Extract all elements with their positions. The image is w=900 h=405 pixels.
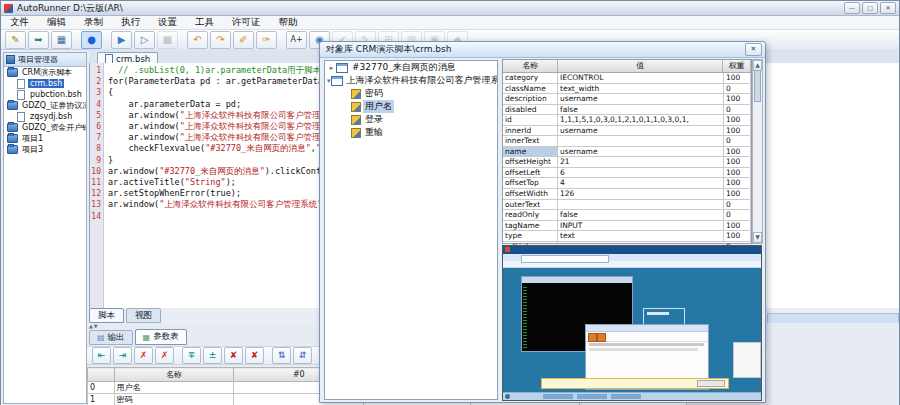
property-cell[interactable]: innerId xyxy=(503,126,558,136)
menu-item-执行[interactable]: 执行 xyxy=(112,16,149,29)
property-cell[interactable] xyxy=(558,200,724,210)
object-library-close-button[interactable]: ✕ xyxy=(745,43,762,56)
property-cell[interactable]: 0 xyxy=(724,136,751,146)
object-tree-item-登录[interactable]: 登录 xyxy=(325,113,497,126)
property-row[interactable]: readOnlyfalse0 xyxy=(503,210,751,221)
undo-button[interactable]: ↶ xyxy=(187,31,208,49)
property-row[interactable]: tagNameINPUT100 xyxy=(503,221,751,232)
property-cell[interactable]: 6 xyxy=(558,168,724,178)
property-cell[interactable]: IECONTROL xyxy=(558,73,724,83)
property-table-scrollbar[interactable]: ▲ ▼ xyxy=(752,59,763,244)
property-cell[interactable]: 100 xyxy=(724,231,751,241)
menu-item-工具[interactable]: 工具 xyxy=(186,16,223,29)
property-cell[interactable]: username xyxy=(558,147,724,157)
property-row[interactable]: innerIdusername100 xyxy=(503,126,751,137)
property-row[interactable]: offsetLeft6100 xyxy=(503,168,751,179)
property-cell[interactable]: offsetLeft xyxy=(503,168,558,178)
property-cell[interactable]: 100 xyxy=(724,157,751,167)
property-row[interactable]: id1,1,1,5,1,0,3,0,1,2,1,0,1,1,0,3,0,1,10… xyxy=(503,115,751,126)
new-script-button[interactable]: ✎ xyxy=(5,31,26,49)
property-cell[interactable]: className xyxy=(503,84,558,94)
sidebar-item-pubction.bsh[interactable]: pubction.bsh xyxy=(4,89,86,100)
sidebar-item-zqsydj.bsh[interactable]: zqsydj.bsh xyxy=(4,111,86,122)
property-cell[interactable]: false xyxy=(558,210,724,220)
save-button[interactable]: ▦ xyxy=(51,31,72,49)
property-cell[interactable]: 100 xyxy=(724,168,751,178)
property-cell[interactable]: username xyxy=(558,126,724,136)
object-tree-item-密码[interactable]: 密码 xyxy=(325,87,497,100)
menu-item-录制[interactable]: 录制 xyxy=(75,16,112,29)
scrollbar-thumb[interactable] xyxy=(754,70,761,102)
sidebar-item-GDZQ_资金开户销户[interactable]: GDZQ_资金开户销户 xyxy=(4,122,86,133)
property-cell[interactable]: offsetTop xyxy=(503,178,558,188)
property-cell[interactable]: tagName xyxy=(503,221,558,231)
menu-item-设置[interactable]: 设置 xyxy=(149,16,186,29)
sidebar-item-CRM演示脚本[interactable]: CRM演示脚本 xyxy=(4,67,86,78)
property-cell[interactable]: category xyxy=(503,73,558,83)
property-cell[interactable]: outerText xyxy=(503,200,558,210)
insert-col-right-button[interactable]: ⇥ xyxy=(113,347,132,364)
run-button[interactable]: ▶ xyxy=(111,31,132,49)
property-row[interactable]: categoryIECONTROL100 xyxy=(503,73,751,84)
property-cell[interactable]: text xyxy=(558,231,724,241)
object-tree-item-上海泽众软件科技有限公司客户管理系统[interactable]: ▾上海泽众软件科技有限公司客户管理系统 xyxy=(325,74,497,87)
property-cell[interactable]: 0 xyxy=(724,105,751,115)
delete-cols-button[interactable]: ✗ xyxy=(155,347,174,364)
property-cell[interactable]: 100 xyxy=(724,126,751,136)
sidebar-item-GDZQ_证券协议冻结[interactable]: GDZQ_证券协议冻结 xyxy=(4,100,86,111)
open-script-button[interactable]: ➥ xyxy=(28,31,49,49)
property-cell[interactable]: 0 xyxy=(724,84,751,94)
menu-item-帮助[interactable]: 帮助 xyxy=(270,16,307,29)
property-row[interactable]: outerText0 xyxy=(503,200,751,211)
editor-bottom-tab-脚本[interactable]: 脚本 xyxy=(89,308,124,323)
property-cell[interactable]: 100 xyxy=(724,147,751,157)
property-row[interactable]: descriptionusername100 xyxy=(503,94,751,105)
record-button[interactable]: ● xyxy=(81,31,102,49)
delete-col-button[interactable]: ✗ xyxy=(134,347,153,364)
property-cell[interactable]: 21 xyxy=(558,157,724,167)
stop-button[interactable]: ■ xyxy=(157,31,178,49)
sidebar-item-项目3[interactable]: 项目3 xyxy=(4,144,86,155)
property-cell[interactable]: name xyxy=(503,147,558,157)
property-cell[interactable]: 100 xyxy=(724,221,751,231)
sidebar-item-crm.bsh[interactable]: crm.bsh xyxy=(4,78,86,89)
param-cell[interactable]: 1 xyxy=(88,394,115,405)
menu-item-编辑[interactable]: 编辑 xyxy=(38,16,75,29)
redo-button[interactable]: ↷ xyxy=(210,31,231,49)
property-cell[interactable]: 4 xyxy=(558,178,724,188)
property-cell[interactable]: 1,1,1,5,1,0,3,0,1,2,1,0,1,1,0,3,0,1, xyxy=(558,115,724,125)
property-cell[interactable]: 100 xyxy=(724,178,751,188)
property-cell[interactable]: description xyxy=(503,94,558,104)
sort-desc-button[interactable]: ⇵ xyxy=(293,347,312,364)
expander-icon[interactable]: ▸ xyxy=(327,64,336,72)
property-cell[interactable]: 100 xyxy=(724,94,751,104)
param-cell[interactable]: 用户名 xyxy=(114,382,234,394)
object-library-title-bar[interactable]: 对象库 CRM演示脚本\crm.bsh ✕ xyxy=(320,42,765,58)
delete-rows-button[interactable]: ✘ xyxy=(245,347,264,364)
object-tree-item-#32770_来自网页的消息[interactable]: ▸#32770_来自网页的消息 xyxy=(325,61,497,74)
property-cell[interactable]: false xyxy=(558,105,724,115)
font-increase-button[interactable]: A+ xyxy=(286,31,307,49)
property-row[interactable]: offsetHeight21100 xyxy=(503,157,751,168)
maximize-button[interactable]: □ xyxy=(862,2,878,14)
sidebar-item-项目1[interactable]: 项目1 xyxy=(4,133,86,144)
multi-insert-button[interactable]: ✑ xyxy=(256,31,277,49)
property-row[interactable]: offsetTop4100 xyxy=(503,178,751,189)
object-tree-item-重输[interactable]: 重输 xyxy=(325,126,497,139)
param-cell[interactable]: 密码 xyxy=(114,394,234,405)
delete-row-button[interactable]: ✘ xyxy=(224,347,243,364)
property-cell[interactable]: INPUT xyxy=(558,221,724,231)
property-cell[interactable]: readOnly xyxy=(503,210,558,220)
property-cell[interactable]: text_width xyxy=(558,84,724,94)
property-cell[interactable] xyxy=(558,136,724,146)
sort-asc-button[interactable]: ⇅ xyxy=(272,347,291,364)
property-cell[interactable]: disabled xyxy=(503,105,558,115)
scroll-down-icon[interactable]: ▼ xyxy=(753,232,762,243)
insert-row-above-button[interactable]: ∓ xyxy=(182,347,201,364)
bottom-tab-参数表[interactable]: ▦参数表 xyxy=(135,329,187,345)
property-row[interactable]: disabledfalse0 xyxy=(503,105,751,116)
property-row[interactable]: classNametext_width0 xyxy=(503,84,751,95)
property-cell[interactable]: 0 xyxy=(724,200,751,210)
property-row[interactable]: offsetWidth126100 xyxy=(503,189,751,200)
property-cell[interactable]: 100 xyxy=(724,115,751,125)
